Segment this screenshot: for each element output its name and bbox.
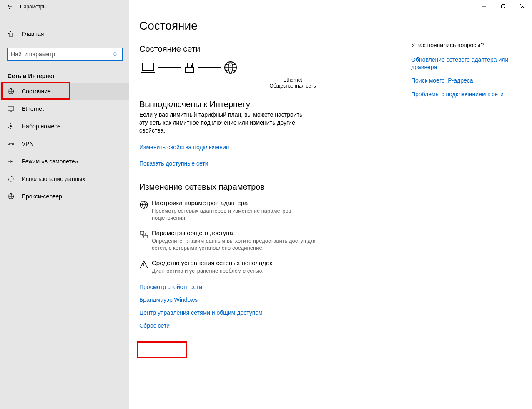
help-link-find-ip[interactable]: Поиск моего IP-адреса	[411, 77, 515, 84]
help-link-update-adapter[interactable]: Обновление сетевого адаптера или драйвер…	[411, 56, 515, 71]
back-button[interactable]	[0, 0, 18, 13]
svg-point-6	[13, 127, 13, 128]
nav-label: Использование данных	[22, 176, 85, 182]
option-troubleshoot[interactable]: Средство устранения сетевых неполадок Ди…	[139, 259, 323, 275]
svg-point-12	[8, 176, 13, 181]
window-title: Параметры	[20, 4, 47, 10]
svg-point-11	[12, 143, 14, 145]
option-sharing[interactable]: Параметры общего доступа Определите, к к…	[139, 229, 323, 252]
svg-point-4	[10, 123, 11, 124]
help-link-connection-problems[interactable]: Проблемы с подключением к сети	[411, 90, 515, 98]
titlebar: Параметры	[0, 0, 129, 13]
help-question: У вас появились вопросы?	[411, 42, 515, 48]
svg-rect-15	[143, 63, 153, 70]
connection-line	[158, 67, 181, 68]
nav-label: Прокси-сервер	[22, 193, 62, 200]
svg-point-8	[8, 127, 9, 128]
link-windows-firewall[interactable]: Брандмауэр Windows	[139, 296, 198, 303]
main-content: Состояние Состояние сети Ethernet Общест…	[129, 0, 532, 409]
nav-label: Ethernet	[22, 105, 44, 112]
nav-label: Режим «в самолете»	[22, 158, 78, 165]
link-change-connection-props[interactable]: Изменить свойства подключения	[139, 144, 229, 151]
help-panel: У вас появились вопросы? Обновление сете…	[411, 42, 515, 104]
monitor-icon	[7, 105, 15, 112]
category-header: Сеть и Интернет	[8, 73, 129, 79]
svg-rect-20	[140, 231, 144, 234]
search-icon	[113, 51, 118, 57]
nav-item-vpn[interactable]: VPN	[0, 135, 129, 153]
vpn-icon	[7, 141, 15, 147]
svg-rect-14	[502, 5, 504, 8]
diagram-mid-label: Ethernet	[185, 77, 400, 83]
troubleshoot-icon	[139, 259, 152, 275]
section-network-status: Состояние сети	[139, 44, 400, 54]
nav-item-dialup[interactable]: Набор номера	[0, 118, 129, 135]
laptop-icon	[140, 61, 156, 74]
option-title: Средство устранения сетевых неполадок	[152, 259, 272, 266]
option-desc: Просмотр сетевых адаптеров и изменение п…	[152, 207, 323, 222]
search-box[interactable]	[7, 48, 123, 61]
option-desc: Диагностика и устранение проблем с сетью…	[152, 267, 272, 275]
maximize-button[interactable]	[494, 0, 513, 13]
share-icon	[139, 229, 152, 252]
close-button[interactable]	[513, 0, 532, 13]
option-title: Параметры общего доступа	[152, 229, 323, 236]
globe-icon	[7, 88, 15, 95]
nav-label: Состояние	[22, 88, 51, 95]
option-adapter-settings[interactable]: Настройка параметров адаптера Просмотр с…	[139, 199, 323, 222]
nav-item-status[interactable]: Состояние	[0, 83, 129, 100]
link-show-available-networks[interactable]: Показать доступные сети	[139, 160, 208, 167]
link-view-network-properties[interactable]: Просмотр свойств сети	[139, 284, 202, 290]
globe-icon	[139, 199, 152, 222]
svg-point-5	[13, 125, 13, 125]
search-input[interactable]	[11, 51, 113, 58]
router-icon	[183, 61, 196, 74]
svg-rect-2	[8, 107, 14, 110]
diagram-mid-sub: Общественная сеть	[185, 83, 400, 89]
link-network-reset[interactable]: Сброс сети	[139, 322, 170, 329]
nav-label: VPN	[22, 141, 34, 147]
home-icon	[7, 30, 15, 37]
section-change-network-settings: Изменение сетевых параметров	[139, 182, 400, 192]
data-icon	[7, 176, 15, 182]
minimize-button[interactable]	[474, 0, 494, 13]
sidebar: Параметры Главная Сеть и Интернет Состоя…	[0, 0, 129, 409]
page-title: Состояние	[139, 19, 400, 33]
airplane-icon	[7, 158, 15, 165]
svg-point-10	[8, 143, 10, 145]
connected-description: Если у вас лимитный тарифный план, вы мо…	[139, 111, 306, 135]
svg-point-3	[10, 125, 12, 127]
window-controls	[474, 0, 532, 13]
link-network-sharing-center[interactable]: Центр управления сетями и общим доступом	[139, 309, 263, 316]
home-button[interactable]: Главная	[0, 25, 129, 43]
globe-icon	[223, 60, 238, 75]
arrow-left-icon	[6, 3, 13, 10]
connection-line	[198, 67, 221, 68]
globe-icon	[7, 193, 15, 200]
svg-point-9	[8, 125, 9, 125]
nav-label: Набор номера	[22, 123, 61, 130]
option-desc: Определите, к каким данным вы хотите пре…	[152, 237, 323, 252]
svg-point-0	[113, 52, 117, 56]
network-diagram	[140, 60, 400, 75]
nav-item-proxy[interactable]: Прокси-сервер	[0, 188, 129, 205]
svg-point-7	[10, 128, 11, 129]
diagram-labels: Ethernet Общественная сеть	[185, 77, 400, 89]
nav-item-airplane[interactable]: Режим «в самолете»	[0, 153, 129, 170]
dial-icon	[7, 123, 15, 130]
home-label: Главная	[22, 30, 44, 37]
svg-rect-21	[144, 235, 148, 238]
option-title: Настройка параметров адаптера	[152, 199, 323, 206]
nav-item-data-usage[interactable]: Использование данных	[0, 170, 129, 188]
connected-title: Вы подключены к Интернету	[139, 100, 400, 109]
svg-rect-17	[186, 67, 194, 72]
nav-item-ethernet[interactable]: Ethernet	[0, 100, 129, 118]
